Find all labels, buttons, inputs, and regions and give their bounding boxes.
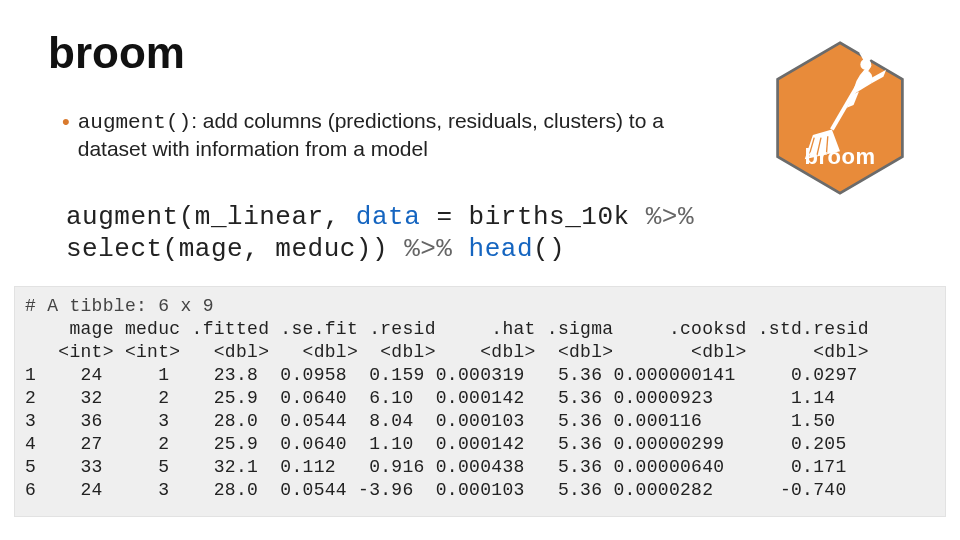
hex-label: broom xyxy=(772,144,908,170)
tibble-output: # A tibble: 6 x 9 mage meduc .fitted .se… xyxy=(14,286,946,517)
broom-hex-sticker: broom xyxy=(772,40,908,196)
output-header: # A tibble: 6 x 9 xyxy=(25,296,214,316)
code-call: augment(m_linear, data = births_10k %>% … xyxy=(66,201,912,266)
output-coltypes: <int> <int> <dbl> <dbl> <dbl> <dbl> <dbl… xyxy=(25,342,869,362)
output-row: 5 33 5 32.1 0.112 0.916 0.000438 5.36 0.… xyxy=(25,457,858,477)
bullet-dot-icon: • xyxy=(62,108,70,136)
output-row: 6 24 3 28.0 0.0544 -3.96 0.000103 5.36 0… xyxy=(25,480,858,500)
code-text: select(mage, meduc)) xyxy=(66,234,404,264)
bullet-item: • augment(): add columns (predictions, r… xyxy=(62,108,722,163)
output-row: 4 27 2 25.9 0.0640 1.10 0.000142 5.36 0.… xyxy=(25,434,858,454)
output-row: 1 24 1 23.8 0.0958 0.159 0.000319 5.36 0… xyxy=(25,365,858,385)
hex-icon xyxy=(772,40,908,196)
output-colnames: mage meduc .fitted .se.fit .resid .hat .… xyxy=(25,319,869,339)
code-text: () xyxy=(533,234,565,264)
code-pipe: %>% xyxy=(404,234,468,264)
code-keyword: head xyxy=(469,234,533,264)
code-keyword: data xyxy=(356,202,420,232)
output-row: 3 36 3 28.0 0.0544 8.04 0.000103 5.36 0.… xyxy=(25,411,858,431)
slide: broom broom • augment(): add columns (pr… xyxy=(0,0,960,540)
output-row: 2 32 2 25.9 0.0640 6.10 0.000142 5.36 0.… xyxy=(25,388,858,408)
fn-name: augment() xyxy=(78,111,191,134)
code-text: = births_10k xyxy=(420,202,645,232)
code-pipe: %>% xyxy=(646,202,694,232)
code-text: augment(m_linear, xyxy=(66,202,356,232)
bullet-text: augment(): add columns (predictions, res… xyxy=(78,108,722,163)
